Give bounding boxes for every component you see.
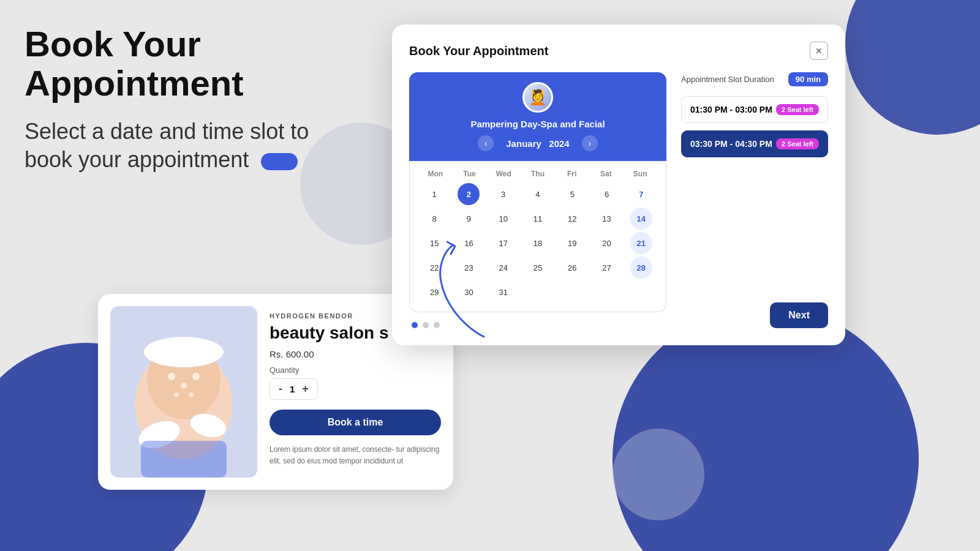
cal-day-20[interactable]: 20 (596, 232, 618, 254)
bg-shape-top-right (845, 0, 980, 135)
pagination-dots (409, 322, 666, 328)
calendar-header: 💆 Pampering Day-Spa and Facial ‹ January… (409, 72, 666, 161)
cal-day-18[interactable]: 18 (527, 232, 549, 254)
cal-day-13[interactable]: 13 (596, 208, 618, 230)
cal-day-10[interactable]: 10 (492, 208, 514, 230)
cal-day-1[interactable]: 1 (423, 183, 445, 205)
calendar-days-header: Mon Tue Wed Thu Fri Sat Sun (418, 170, 657, 178)
cal-day-25[interactable]: 25 (527, 257, 549, 279)
next-button[interactable]: Next (770, 302, 828, 328)
cal-day-28[interactable]: 28 (630, 257, 652, 279)
time-slot-2-time: 03:30 PM - 04:30 PM (690, 139, 772, 149)
cal-day-15[interactable]: 15 (423, 232, 445, 254)
calendar-next-button[interactable]: › (582, 135, 598, 151)
time-slot-2[interactable]: 03:30 PM - 04:30 PM 2 Seat left (681, 130, 828, 157)
cal-day-3[interactable]: 3 (492, 183, 514, 205)
calendar-nav: ‹ January 2024 › (419, 135, 657, 151)
svg-point-7 (192, 373, 200, 380)
product-image (110, 306, 257, 478)
quantity-plus-button[interactable]: + (302, 383, 309, 395)
dot-3[interactable] (434, 322, 440, 328)
product-price: Rs. 600.00 (270, 349, 441, 359)
calendar-prev-button[interactable]: ‹ (478, 135, 494, 151)
svg-point-8 (181, 383, 187, 389)
cal-day-7[interactable]: 7 (630, 183, 652, 205)
cal-day-31[interactable]: 31 (492, 281, 514, 303)
slot-duration-badge: 90 min (788, 72, 828, 86)
quantity-value: 1 (290, 384, 295, 394)
page-title: Book Your Appointment (24, 24, 361, 103)
quantity-minus-button[interactable]: - (279, 383, 282, 395)
time-slot-2-seats: 2 Seat left (776, 138, 819, 149)
quantity-control: - 1 + (270, 378, 318, 400)
modal-title: Book Your Appointment (409, 44, 548, 58)
cal-day-4[interactable]: 4 (527, 183, 549, 205)
modal-header: Book Your Appointment ✕ (409, 42, 828, 60)
cal-day-19[interactable]: 19 (561, 232, 583, 254)
calendar-grid-wrapper: Mon Tue Wed Thu Fri Sat Sun 1 2 3 4 5 6 … (409, 161, 666, 312)
pill-decoration (261, 153, 298, 170)
service-name: Pampering Day-Spa and Facial (419, 119, 657, 129)
cal-day-22[interactable]: 22 (423, 257, 445, 279)
cal-day-17[interactable]: 17 (492, 232, 514, 254)
cal-day-24[interactable]: 24 (492, 257, 514, 279)
cal-day-23[interactable]: 23 (458, 257, 480, 279)
cal-day-16[interactable]: 16 (458, 232, 480, 254)
cal-day-12[interactable]: 12 (561, 208, 583, 230)
left-section: Book Your Appointment Select a date and … (24, 24, 361, 187)
page-subtitle: Select a date and time slot to book your… (24, 118, 361, 175)
cal-day-6[interactable]: 6 (596, 183, 618, 205)
cal-day-26[interactable]: 26 (561, 257, 583, 279)
cal-day-21[interactable]: 21 (630, 232, 652, 254)
service-avatar: 💆 (522, 82, 553, 113)
booking-modal: Book Your Appointment ✕ 💆 Pampering Day-… (392, 24, 845, 345)
cal-day-2[interactable]: 2 (458, 183, 480, 205)
cal-day-8[interactable]: 8 (423, 208, 445, 230)
time-slot-1-seats: 2 Seat left (776, 104, 819, 115)
svg-point-6 (168, 373, 175, 380)
calendar-grid: 1 2 3 4 5 6 7 8 9 10 11 12 13 14 15 (418, 183, 657, 303)
svg-point-3 (144, 337, 224, 367)
timeslot-section: Appointment Slot Duration 90 min 01:30 P… (681, 72, 828, 328)
cal-day-5[interactable]: 5 (561, 183, 583, 205)
product-description: Lorem ipsum dolor sit amet, consecte- tu… (270, 444, 441, 467)
svg-rect-11 (141, 441, 227, 478)
svg-point-9 (174, 392, 179, 397)
modal-body: 💆 Pampering Day-Spa and Facial ‹ January… (409, 72, 828, 328)
time-slot-1[interactable]: 01:30 PM - 03:00 PM 2 Seat left (681, 96, 828, 123)
cal-day-30[interactable]: 30 (458, 281, 480, 303)
cal-day-11[interactable]: 11 (527, 208, 549, 230)
cal-day-27[interactable]: 27 (596, 257, 618, 279)
modal-close-button[interactable]: ✕ (810, 42, 828, 60)
slot-duration-label: Appointment Slot Duration (681, 75, 774, 84)
book-time-button[interactable]: Book a time (270, 410, 441, 435)
quantity-label: Quantity (270, 365, 441, 375)
slot-duration-row: Appointment Slot Duration 90 min (681, 72, 828, 86)
cal-day-29[interactable]: 29 (423, 281, 445, 303)
calendar-month-year: January 2024 (506, 138, 569, 149)
svg-point-10 (189, 392, 194, 397)
dot-1[interactable] (412, 322, 418, 328)
cal-day-14[interactable]: 14 (630, 208, 652, 230)
time-slot-1-time: 01:30 PM - 03:00 PM (690, 105, 772, 114)
calendar-section: 💆 Pampering Day-Spa and Facial ‹ January… (409, 72, 666, 328)
bg-shape-mid-right (612, 429, 704, 520)
cal-day-9[interactable]: 9 (458, 208, 480, 230)
dot-2[interactable] (423, 322, 429, 328)
